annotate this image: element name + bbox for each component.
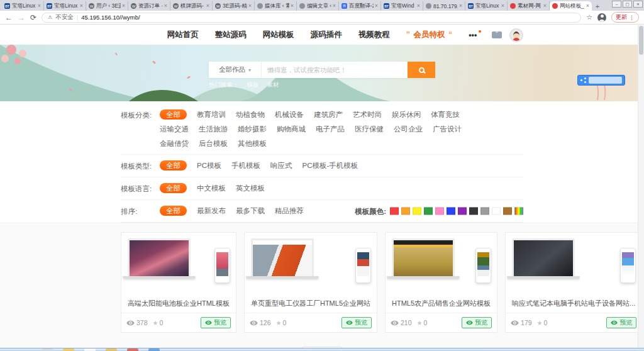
taskbar-icon[interactable] <box>84 348 96 351</box>
tab-close-icon[interactable]: × <box>333 3 336 9</box>
close-icon[interactable]: ✕ <box>633 1 643 8</box>
tab-close-icon[interactable]: × <box>417 3 420 9</box>
user-avatar[interactable] <box>509 28 523 42</box>
site-nav-item[interactable]: 整站源码 <box>215 30 247 40</box>
filter-option[interactable]: 机械设备 <box>275 109 304 120</box>
filter-option[interactable]: 运输交通 <box>160 124 189 134</box>
mail-icon[interactable] <box>492 31 502 38</box>
color-swatch[interactable] <box>503 208 512 215</box>
color-swatch[interactable] <box>447 208 455 215</box>
color-swatch[interactable] <box>480 208 489 215</box>
tab-close-icon[interactable]: × <box>206 3 209 9</box>
color-swatch[interactable] <box>413 208 421 215</box>
taskbar-icon[interactable] <box>63 348 74 351</box>
site-nav-item[interactable]: 网站模板 <box>263 30 294 40</box>
site-nav-item[interactable]: 网站首页 <box>167 30 199 40</box>
filter-option[interactable]: 响应式 <box>270 160 292 170</box>
bookmark-icon[interactable]: ☆ <box>586 13 592 21</box>
search-button[interactable] <box>408 62 435 78</box>
scrollbar-thumb[interactable] <box>639 26 643 55</box>
minimize-icon[interactable]: – <box>612 1 621 8</box>
browser-tab[interactable]: 百度翻译-2 × <box>339 1 381 11</box>
color-swatch[interactable] <box>458 208 467 215</box>
hot-search-link[interactable]: 模板 <box>247 81 259 89</box>
tab-close-icon[interactable]: × <box>291 3 294 9</box>
template-preview-image[interactable] <box>245 233 377 293</box>
tab-close-icon[interactable]: × <box>586 3 589 9</box>
tab-close-icon[interactable]: × <box>375 3 378 9</box>
filter-option[interactable]: 精品推荐 <box>275 206 304 216</box>
filter-option[interactable]: 电子产品 <box>316 124 345 134</box>
browser-tab[interactable]: 资源订单 · × <box>128 1 170 11</box>
forward-icon[interactable]: → <box>18 14 25 21</box>
search-category-dropdown[interactable]: 全部作品 ▾ <box>209 62 262 78</box>
browser-tab[interactable]: 宝塔Linux × <box>2 1 44 11</box>
browser-tab[interactable]: 宝塔Wind × <box>381 1 423 11</box>
filter-option[interactable]: 最多下载 <box>236 206 265 216</box>
color-swatch[interactable] <box>469 208 478 215</box>
preview-button[interactable]: 预览 <box>462 317 492 328</box>
template-card[interactable]: 高端太阳能电池板企业HTML模板 378 ★ 0 预览 <box>121 232 236 333</box>
filter-option[interactable]: 后台模板 <box>199 138 228 148</box>
preview-button[interactable]: 预览 <box>341 317 372 328</box>
template-title[interactable]: 高端太阳能电池板企业HTML模板 <box>121 293 236 313</box>
color-swatch[interactable] <box>390 208 399 215</box>
filter-option[interactable]: PC模板-手机模板 <box>302 160 358 170</box>
filter-option[interactable]: 最新发布 <box>197 206 226 216</box>
color-swatch[interactable] <box>435 208 444 215</box>
download-widget[interactable] <box>577 75 625 86</box>
browser-tab[interactable]: 用户 ‹ 3E源 × <box>86 1 128 11</box>
filter-option[interactable]: 英文模板 <box>236 183 265 193</box>
color-swatch[interactable] <box>401 208 410 215</box>
filter-option[interactable]: 金融借贷 <box>160 138 189 148</box>
profile-icon[interactable] <box>597 13 606 22</box>
filter-option[interactable]: 医疗保健 <box>355 124 384 134</box>
taskbar-icon[interactable] <box>127 348 138 351</box>
template-preview-image[interactable] <box>506 233 641 293</box>
new-tab-button[interactable]: + <box>592 1 603 11</box>
search-input[interactable] <box>262 62 408 78</box>
tab-close-icon[interactable]: × <box>543 3 547 9</box>
taskbar-icon[interactable] <box>148 348 160 351</box>
tab-close-icon[interactable]: × <box>38 3 41 9</box>
browser-tab[interactable]: 素材网-网 × <box>508 1 550 11</box>
site-nav-item[interactable]: 源码插件 <box>311 30 342 40</box>
filter-option[interactable]: 广告设计 <box>433 124 462 134</box>
restore-icon[interactable]: ▢ <box>623 1 632 8</box>
filter-option[interactable]: 全部 <box>160 160 187 170</box>
browser-tab[interactable]: 3E源码-精 × <box>213 1 255 11</box>
template-card[interactable]: 响应式笔记本电脑手机站电子设备网站... 179 ★ 0 预览 <box>505 232 642 333</box>
tab-close-icon[interactable]: × <box>459 3 462 9</box>
hot-search-link[interactable]: 素材 <box>267 81 279 89</box>
tab-close-icon[interactable]: × <box>248 3 252 9</box>
taskbar-icon[interactable] <box>106 348 117 351</box>
template-title[interactable]: HTML5农产品销售企业网站模板 <box>386 293 497 313</box>
filter-option[interactable]: 动植食物 <box>236 109 265 120</box>
filter-option[interactable]: 建筑房产 <box>314 109 343 120</box>
browser-tab[interactable]: 棋牌源码- × <box>170 1 213 11</box>
template-card[interactable]: 单页重型电工仪器工厂HTML5企业网站 126 ★ 0 预览 <box>244 232 377 333</box>
preview-button[interactable]: 预览 <box>606 317 636 328</box>
browser-update-button[interactable]: 更新 ⋮ <box>611 12 639 23</box>
filter-option[interactable]: 中文模板 <box>197 183 226 193</box>
filter-option[interactable]: 娱乐休闲 <box>392 109 421 120</box>
filter-option[interactable]: 体育竞技 <box>431 109 460 120</box>
filter-option[interactable]: 全部 <box>160 206 187 216</box>
filter-option[interactable]: 其他模板 <box>238 138 267 148</box>
preview-button[interactable]: 预览 <box>201 317 231 328</box>
reload-icon[interactable]: ⟳ <box>30 14 36 21</box>
browser-tab[interactable]: 媒体库 ‹ 素 × <box>255 1 297 11</box>
filter-option[interactable]: 艺术时尚 <box>353 109 382 120</box>
template-preview-image[interactable] <box>386 233 497 293</box>
filter-option[interactable]: 公司企业 <box>394 124 423 134</box>
site-nav-item[interactable]: 会员特权 <box>406 30 452 40</box>
browser-tab[interactable]: 编辑文章 ‹ × <box>297 1 339 11</box>
color-swatch[interactable] <box>424 208 433 215</box>
template-title[interactable]: 单页重型电工仪器工厂HTML5企业网站 <box>245 293 377 313</box>
filter-option[interactable]: 全部 <box>160 183 187 193</box>
browser-tab[interactable]: 网站模板_ × <box>550 1 592 11</box>
color-swatch[interactable] <box>492 208 501 215</box>
page-scrollbar[interactable] <box>638 25 644 348</box>
template-preview-image[interactable] <box>121 233 236 293</box>
tab-close-icon[interactable]: × <box>501 3 504 9</box>
